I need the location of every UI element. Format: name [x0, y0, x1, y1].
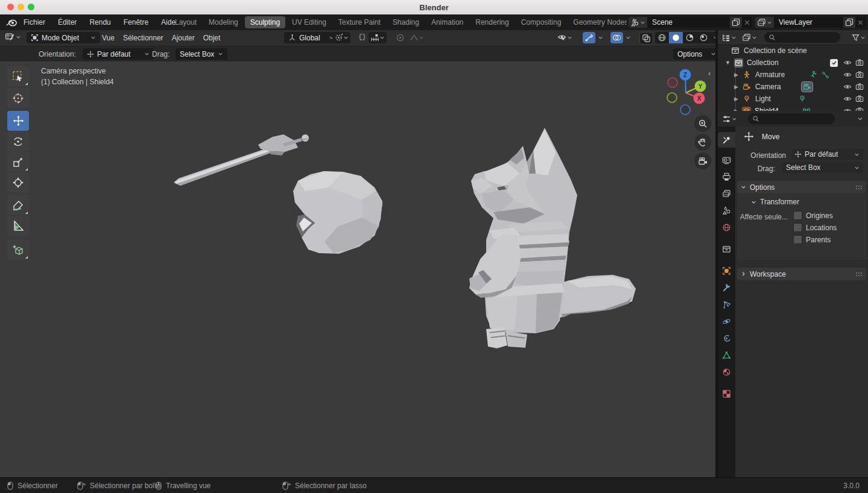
parents-checkbox[interactable]	[793, 235, 802, 244]
locations-checkbox[interactable]	[793, 223, 802, 232]
menu-fenetre[interactable]: Fenêtre	[122, 18, 150, 27]
disable-in-renders-toggle[interactable]	[855, 58, 864, 67]
proportional-falloff-dropdown[interactable]	[408, 32, 426, 43]
blender-logo-icon[interactable]	[6, 14, 17, 30]
properties-tab-tool[interactable]	[718, 132, 735, 148]
properties-tab-physics[interactable]	[718, 313, 735, 329]
object-visibility-dropdown[interactable]	[556, 32, 574, 43]
properties-tab-render[interactable]	[718, 152, 735, 168]
outliner-row-shield4[interactable]: ▶ Shield4	[718, 105, 868, 111]
gizmo-axis-neg-z[interactable]	[680, 105, 690, 115]
properties-editor-type-dropdown[interactable]	[722, 115, 737, 124]
tool-annotate[interactable]	[7, 195, 29, 215]
prop-drag-dropdown[interactable]: Select Box	[782, 162, 863, 173]
properties-tab-object[interactable]	[718, 263, 735, 278]
shading-material-button[interactable]	[683, 32, 697, 43]
shading-solid-button[interactable]	[669, 32, 683, 43]
menu-vue[interactable]: Vue	[98, 34, 119, 42]
properties-tab-material[interactable]	[718, 364, 735, 380]
disclosure-collapsed-icon[interactable]: ▶	[734, 72, 738, 78]
properties-tab-particles[interactable]	[718, 297, 735, 312]
hide-in-viewport-toggle[interactable]	[843, 107, 852, 111]
scene-browse-button[interactable]	[629, 17, 647, 28]
tab-rendering[interactable]: Rendering	[470, 16, 514, 28]
tab-geometry-nodes[interactable]: Geometry Nodes	[568, 16, 627, 28]
tab-sculpting[interactable]: Sculpting	[245, 16, 285, 28]
properties-search-input[interactable]	[748, 113, 835, 124]
transformer-subpanel-header[interactable]: Transformer	[751, 198, 799, 206]
sidebar-collapse-arrow[interactable]: ‹	[708, 69, 711, 78]
properties-tab-modifiers[interactable]	[718, 280, 735, 295]
minimize-window-button[interactable]	[17, 4, 24, 10]
camera-data-badge[interactable]	[801, 81, 813, 92]
gizmo-dropdown[interactable]	[596, 32, 605, 43]
transform-orientation-dropdown[interactable]: Global	[284, 32, 338, 43]
disclosure-collapsed-icon[interactable]: ▶	[734, 84, 738, 90]
properties-tab-constraints[interactable]	[718, 330, 735, 346]
navigation-gizmo[interactable]: Z Y X	[661, 66, 715, 121]
tab-uv-editing[interactable]: UV Editing	[287, 16, 332, 28]
workspace-panel-header[interactable]: Workspace	[737, 268, 866, 280]
snap-toggle[interactable]	[356, 33, 369, 44]
camera-view-button[interactable]	[694, 152, 711, 169]
outliner-row-light[interactable]: ▶ Light	[718, 93, 868, 105]
hide-in-viewport-toggle[interactable]	[843, 83, 852, 91]
tool-rotate[interactable]	[7, 131, 29, 151]
close-window-button[interactable]	[7, 4, 14, 10]
show-gizmo-toggle[interactable]	[583, 32, 595, 43]
pose-data-icon[interactable]	[809, 71, 818, 79]
tool-measure[interactable]	[7, 216, 29, 236]
hide-in-viewport-toggle[interactable]	[843, 95, 852, 103]
menu-objet[interactable]: Objet	[199, 34, 225, 42]
gizmo-axis-neg-y[interactable]	[667, 93, 677, 102]
disable-in-renders-toggle[interactable]	[855, 95, 864, 103]
pivot-point-dropdown[interactable]	[332, 32, 350, 43]
xray-toggle[interactable]	[639, 32, 653, 45]
disable-in-renders-toggle[interactable]	[855, 83, 864, 91]
tool-transform[interactable]	[7, 172, 29, 192]
properties-tab-texture[interactable]	[718, 386, 735, 401]
properties-options-dropdown[interactable]	[857, 116, 863, 122]
scene-new-copy-button[interactable]	[730, 17, 742, 28]
overlays-dropdown[interactable]	[624, 32, 633, 43]
show-overlays-toggle[interactable]	[610, 32, 623, 43]
menu-editer[interactable]: Éditer	[57, 18, 78, 27]
hide-in-viewport-toggle[interactable]	[843, 58, 852, 67]
panel-drag-grip[interactable]	[855, 185, 863, 190]
origins-checkbox[interactable]	[793, 211, 802, 220]
outliner-search-input[interactable]	[764, 32, 840, 43]
zoom-view-button[interactable]	[694, 115, 711, 132]
properties-tab-output[interactable]	[718, 169, 735, 184]
options-panel-header[interactable]: Options	[737, 181, 866, 193]
disclosure-collapsed-icon[interactable]: ▶	[734, 96, 738, 102]
bone-data-icon[interactable]	[822, 71, 829, 79]
gizmo-axis-neg-x[interactable]	[668, 78, 677, 87]
light-data-icon[interactable]	[798, 95, 806, 103]
mode-dropdown[interactable]: Mode Objet	[27, 32, 100, 43]
disable-in-renders-toggle[interactable]	[855, 107, 864, 111]
outliner-row-scene-collection[interactable]: Collection de scène	[718, 45, 868, 57]
pan-view-button[interactable]	[694, 134, 711, 151]
zoom-window-button[interactable]	[28, 4, 34, 10]
tool-scale[interactable]	[7, 152, 29, 172]
outliner-row-camera[interactable]: ▶ Camera	[718, 81, 868, 93]
menu-rendu[interactable]: Rendu	[88, 18, 112, 27]
tab-texture-paint[interactable]: Texture Paint	[333, 16, 386, 28]
menu-selectionner[interactable]: Sélectionner	[119, 34, 168, 42]
options-dropdown[interactable]: Options	[673, 48, 720, 60]
scene-unlink-button[interactable]	[742, 17, 752, 28]
sword-object[interactable]	[174, 134, 309, 186]
viewlayer-new-copy-button[interactable]	[843, 17, 855, 28]
scene-name-field[interactable]: Scene	[647, 18, 730, 27]
disclosure-expanded-icon[interactable]: ▼	[725, 60, 730, 66]
tab-modeling[interactable]: Modeling	[203, 16, 244, 28]
tool-move[interactable]	[7, 111, 29, 131]
tab-animation[interactable]: Animation	[426, 16, 469, 28]
proportional-editing-toggle[interactable]	[394, 32, 407, 43]
outliner-editor-type-dropdown[interactable]	[721, 33, 737, 42]
tool-select-box[interactable]	[7, 66, 29, 86]
properties-tab-scene[interactable]	[718, 203, 735, 218]
disable-in-renders-toggle[interactable]	[855, 71, 864, 79]
tab-layout[interactable]: Layout	[169, 16, 202, 28]
tool-orientation-dropdown[interactable]: Par défaut	[83, 48, 154, 60]
